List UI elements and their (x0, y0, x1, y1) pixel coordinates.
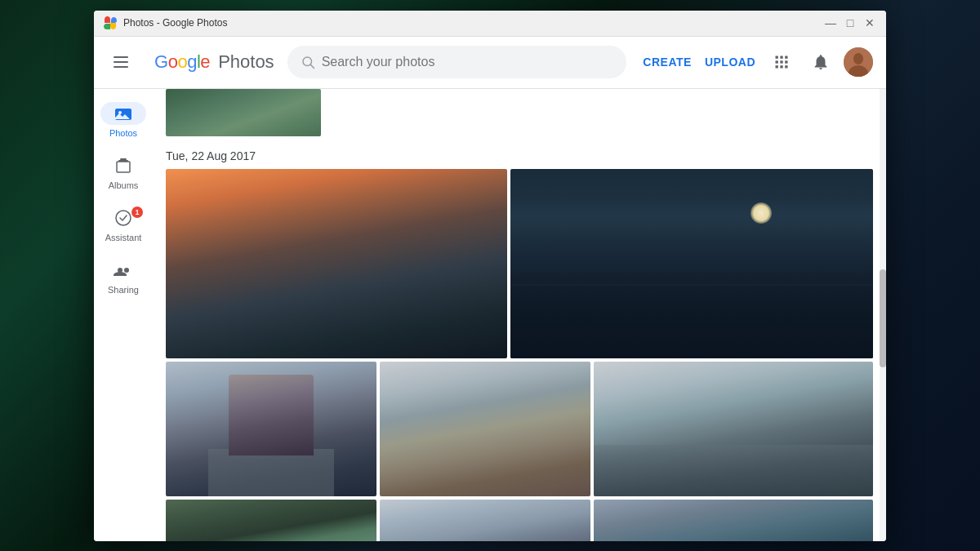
sidebar-item-sharing[interactable]: Sharing (97, 252, 149, 301)
close-button[interactable]: ✕ (863, 16, 876, 29)
photos-icon-bg (100, 102, 146, 125)
albums-icon (114, 156, 133, 176)
notifications-icon (812, 53, 830, 71)
svg-rect-8 (776, 65, 778, 68)
sidebar-item-albums[interactable]: Albums (97, 148, 149, 197)
search-input[interactable] (322, 55, 614, 69)
moon (751, 202, 772, 224)
upload-button[interactable]: UPLOAD (702, 49, 759, 75)
sharing-icon-bg (100, 259, 146, 282)
horizon-line (510, 284, 873, 286)
scrollbar-track (880, 89, 886, 541)
photo-item-mountain-moon[interactable] (510, 169, 873, 358)
app-window: Photos - Google Photos — □ ✕ Google Phot… (94, 11, 886, 541)
svg-rect-6 (780, 60, 782, 63)
search-icon (301, 55, 315, 69)
notifications-button[interactable] (804, 46, 837, 78)
assistant-badge: 1 (131, 207, 143, 218)
date-header: Tue, 22 Aug 2017 (159, 140, 880, 169)
window-title: Photos - Google Photos (123, 17, 824, 29)
svg-rect-5 (776, 60, 778, 63)
svg-rect-3 (780, 56, 782, 59)
sidebar-photos-label: Photos (109, 128, 137, 138)
assistant-icon (114, 208, 133, 228)
svg-rect-9 (780, 65, 782, 68)
svg-rect-7 (785, 60, 787, 63)
sidebar-item-assistant[interactable]: 1 Assistant (97, 200, 149, 249)
svg-line-1 (310, 64, 314, 68)
photo-item-mountain-water[interactable] (594, 362, 873, 496)
maximize-button[interactable]: □ (844, 16, 857, 29)
avatar-image (844, 47, 873, 77)
photo-item-forest[interactable] (166, 500, 376, 541)
logo: Google Photos (154, 51, 274, 73)
svg-rect-2 (776, 56, 778, 59)
svg-rect-17 (118, 160, 128, 162)
albums-icon-bg (100, 154, 146, 177)
create-button[interactable]: CREATE (639, 49, 695, 75)
photo-item-stpauls[interactable] (166, 362, 376, 496)
svg-rect-18 (120, 158, 127, 160)
sidebar-sharing-label: Sharing (108, 285, 139, 295)
apps-button[interactable] (765, 46, 798, 78)
photo-row-2 (159, 362, 880, 496)
photos-icon (114, 104, 133, 123)
partial-top-image (166, 89, 321, 136)
window-controls: — □ ✕ (824, 16, 876, 29)
photo-item-coast[interactable] (380, 362, 590, 496)
minimize-button[interactable]: — (824, 16, 837, 29)
app-icon (104, 16, 117, 29)
partial-top-container (153, 89, 886, 136)
apps-icon (773, 54, 790, 70)
svg-point-21 (124, 268, 129, 273)
svg-rect-10 (785, 65, 787, 68)
avatar[interactable] (844, 47, 873, 77)
sidebar-item-photos[interactable]: Photos (97, 96, 149, 144)
main-content: Photos Albums (94, 89, 886, 541)
sidebar-assistant-label: Assistant (105, 233, 142, 242)
sidebar: Photos Albums (94, 89, 153, 541)
scrollbar-thumb[interactable] (880, 269, 886, 367)
app-body: Google Photos CREATE UPLOAD (94, 37, 886, 541)
svg-rect-16 (117, 162, 130, 172)
date-section: Tue, 22 Aug 2017 (153, 140, 886, 541)
titlebar: Photos - Google Photos — □ ✕ (94, 11, 886, 37)
photo-item-shore[interactable] (594, 500, 873, 541)
svg-rect-4 (785, 56, 787, 59)
header-actions: CREATE UPLOAD (639, 46, 873, 78)
photo-area[interactable]: Tue, 22 Aug 2017 (153, 89, 886, 541)
photo-row-3 (159, 500, 880, 541)
logo-photos-text: Photos (213, 51, 274, 73)
svg-point-19 (116, 211, 131, 225)
photo-item-misty[interactable] (380, 500, 590, 541)
search-bar[interactable] (287, 46, 627, 78)
photo-row-1 (159, 169, 880, 358)
photo-item-shard[interactable] (166, 169, 507, 358)
header: Google Photos CREATE UPLOAD (94, 37, 886, 89)
avatar-svg (844, 47, 873, 77)
sharing-icon (114, 260, 133, 280)
logo-text: Google (154, 51, 210, 73)
partial-top-photo[interactable] (166, 89, 321, 136)
svg-point-12 (853, 53, 863, 64)
menu-button[interactable] (107, 50, 135, 74)
sidebar-albums-label: Albums (109, 180, 139, 190)
